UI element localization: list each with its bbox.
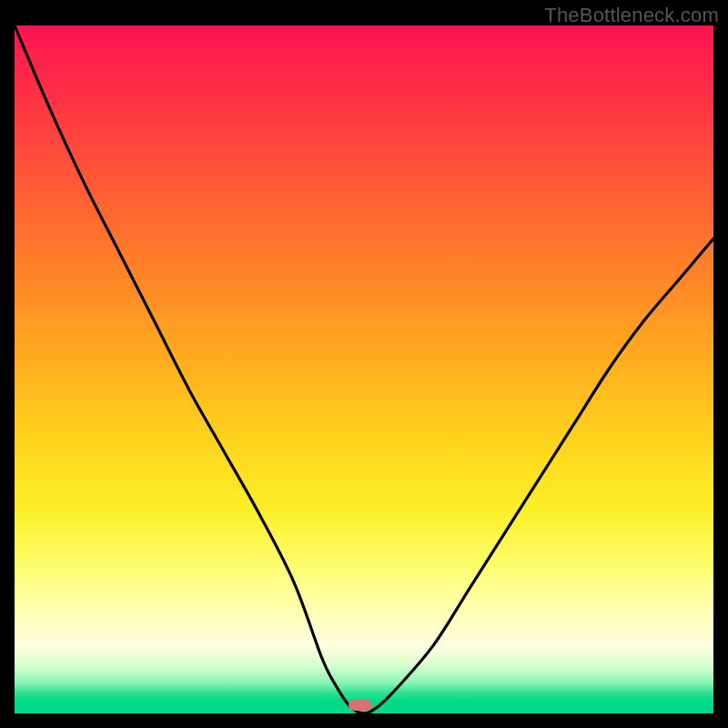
bottleneck-curve — [15, 25, 713, 713]
chart-frame: TheBottleneck.com — [0, 0, 728, 728]
plot-area — [15, 25, 713, 713]
minimum-marker — [349, 700, 372, 711]
watermark-text: TheBottleneck.com — [544, 4, 719, 27]
